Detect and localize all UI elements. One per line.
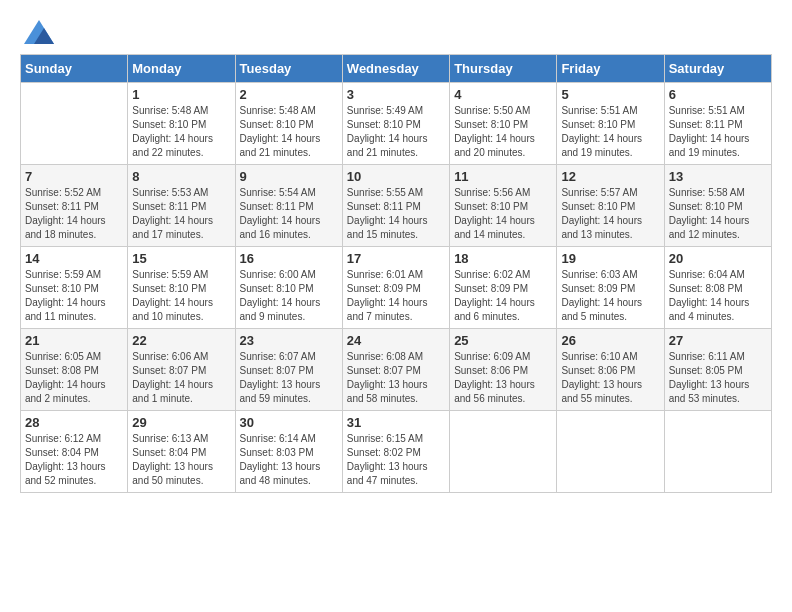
day-info: Sunrise: 5:56 AM Sunset: 8:10 PM Dayligh… <box>454 186 552 242</box>
calendar-cell: 27Sunrise: 6:11 AM Sunset: 8:05 PM Dayli… <box>664 329 771 411</box>
day-number: 10 <box>347 169 445 184</box>
calendar-cell: 28Sunrise: 6:12 AM Sunset: 8:04 PM Dayli… <box>21 411 128 493</box>
day-number: 27 <box>669 333 767 348</box>
day-info: Sunrise: 6:09 AM Sunset: 8:06 PM Dayligh… <box>454 350 552 406</box>
day-info: Sunrise: 5:57 AM Sunset: 8:10 PM Dayligh… <box>561 186 659 242</box>
calendar-cell: 26Sunrise: 6:10 AM Sunset: 8:06 PM Dayli… <box>557 329 664 411</box>
calendar-cell: 14Sunrise: 5:59 AM Sunset: 8:10 PM Dayli… <box>21 247 128 329</box>
day-number: 24 <box>347 333 445 348</box>
calendar-week-row: 21Sunrise: 6:05 AM Sunset: 8:08 PM Dayli… <box>21 329 772 411</box>
calendar-cell: 4Sunrise: 5:50 AM Sunset: 8:10 PM Daylig… <box>450 83 557 165</box>
day-info: Sunrise: 5:51 AM Sunset: 8:11 PM Dayligh… <box>669 104 767 160</box>
calendar-week-row: 14Sunrise: 5:59 AM Sunset: 8:10 PM Dayli… <box>21 247 772 329</box>
calendar-table: SundayMondayTuesdayWednesdayThursdayFrid… <box>20 54 772 493</box>
day-info: Sunrise: 5:48 AM Sunset: 8:10 PM Dayligh… <box>132 104 230 160</box>
day-number: 13 <box>669 169 767 184</box>
calendar-cell: 12Sunrise: 5:57 AM Sunset: 8:10 PM Dayli… <box>557 165 664 247</box>
day-info: Sunrise: 6:04 AM Sunset: 8:08 PM Dayligh… <box>669 268 767 324</box>
weekday-header-row: SundayMondayTuesdayWednesdayThursdayFrid… <box>21 55 772 83</box>
calendar-cell: 31Sunrise: 6:15 AM Sunset: 8:02 PM Dayli… <box>342 411 449 493</box>
day-info: Sunrise: 6:03 AM Sunset: 8:09 PM Dayligh… <box>561 268 659 324</box>
day-number: 18 <box>454 251 552 266</box>
calendar-cell: 13Sunrise: 5:58 AM Sunset: 8:10 PM Dayli… <box>664 165 771 247</box>
calendar-cell: 23Sunrise: 6:07 AM Sunset: 8:07 PM Dayli… <box>235 329 342 411</box>
day-info: Sunrise: 5:58 AM Sunset: 8:10 PM Dayligh… <box>669 186 767 242</box>
calendar-cell: 3Sunrise: 5:49 AM Sunset: 8:10 PM Daylig… <box>342 83 449 165</box>
day-number: 23 <box>240 333 338 348</box>
day-number: 30 <box>240 415 338 430</box>
day-info: Sunrise: 5:54 AM Sunset: 8:11 PM Dayligh… <box>240 186 338 242</box>
weekday-header-cell: Monday <box>128 55 235 83</box>
day-info: Sunrise: 6:08 AM Sunset: 8:07 PM Dayligh… <box>347 350 445 406</box>
day-number: 7 <box>25 169 123 184</box>
day-info: Sunrise: 6:00 AM Sunset: 8:10 PM Dayligh… <box>240 268 338 324</box>
calendar-cell <box>664 411 771 493</box>
calendar-cell: 9Sunrise: 5:54 AM Sunset: 8:11 PM Daylig… <box>235 165 342 247</box>
calendar-week-row: 1Sunrise: 5:48 AM Sunset: 8:10 PM Daylig… <box>21 83 772 165</box>
calendar-cell: 6Sunrise: 5:51 AM Sunset: 8:11 PM Daylig… <box>664 83 771 165</box>
calendar-week-row: 7Sunrise: 5:52 AM Sunset: 8:11 PM Daylig… <box>21 165 772 247</box>
day-number: 2 <box>240 87 338 102</box>
weekday-header-cell: Friday <box>557 55 664 83</box>
day-info: Sunrise: 5:50 AM Sunset: 8:10 PM Dayligh… <box>454 104 552 160</box>
day-number: 28 <box>25 415 123 430</box>
calendar-week-row: 28Sunrise: 6:12 AM Sunset: 8:04 PM Dayli… <box>21 411 772 493</box>
calendar-cell: 16Sunrise: 6:00 AM Sunset: 8:10 PM Dayli… <box>235 247 342 329</box>
day-info: Sunrise: 6:05 AM Sunset: 8:08 PM Dayligh… <box>25 350 123 406</box>
calendar-cell: 17Sunrise: 6:01 AM Sunset: 8:09 PM Dayli… <box>342 247 449 329</box>
calendar-cell: 18Sunrise: 6:02 AM Sunset: 8:09 PM Dayli… <box>450 247 557 329</box>
day-info: Sunrise: 6:07 AM Sunset: 8:07 PM Dayligh… <box>240 350 338 406</box>
weekday-header-cell: Tuesday <box>235 55 342 83</box>
day-info: Sunrise: 5:53 AM Sunset: 8:11 PM Dayligh… <box>132 186 230 242</box>
day-info: Sunrise: 6:15 AM Sunset: 8:02 PM Dayligh… <box>347 432 445 488</box>
calendar-cell: 29Sunrise: 6:13 AM Sunset: 8:04 PM Dayli… <box>128 411 235 493</box>
day-number: 29 <box>132 415 230 430</box>
calendar-cell: 22Sunrise: 6:06 AM Sunset: 8:07 PM Dayli… <box>128 329 235 411</box>
day-info: Sunrise: 6:02 AM Sunset: 8:09 PM Dayligh… <box>454 268 552 324</box>
header <box>20 20 772 44</box>
day-number: 8 <box>132 169 230 184</box>
day-number: 21 <box>25 333 123 348</box>
day-number: 12 <box>561 169 659 184</box>
day-info: Sunrise: 6:11 AM Sunset: 8:05 PM Dayligh… <box>669 350 767 406</box>
day-number: 1 <box>132 87 230 102</box>
day-number: 19 <box>561 251 659 266</box>
day-info: Sunrise: 5:48 AM Sunset: 8:10 PM Dayligh… <box>240 104 338 160</box>
day-info: Sunrise: 5:52 AM Sunset: 8:11 PM Dayligh… <box>25 186 123 242</box>
day-number: 11 <box>454 169 552 184</box>
calendar-cell: 19Sunrise: 6:03 AM Sunset: 8:09 PM Dayli… <box>557 247 664 329</box>
day-info: Sunrise: 5:49 AM Sunset: 8:10 PM Dayligh… <box>347 104 445 160</box>
calendar-cell <box>557 411 664 493</box>
calendar-cell: 15Sunrise: 5:59 AM Sunset: 8:10 PM Dayli… <box>128 247 235 329</box>
day-info: Sunrise: 5:55 AM Sunset: 8:11 PM Dayligh… <box>347 186 445 242</box>
calendar-cell: 25Sunrise: 6:09 AM Sunset: 8:06 PM Dayli… <box>450 329 557 411</box>
calendar-cell <box>21 83 128 165</box>
day-number: 17 <box>347 251 445 266</box>
day-number: 5 <box>561 87 659 102</box>
day-number: 15 <box>132 251 230 266</box>
calendar-cell: 30Sunrise: 6:14 AM Sunset: 8:03 PM Dayli… <box>235 411 342 493</box>
calendar-cell: 8Sunrise: 5:53 AM Sunset: 8:11 PM Daylig… <box>128 165 235 247</box>
day-number: 20 <box>669 251 767 266</box>
day-info: Sunrise: 6:06 AM Sunset: 8:07 PM Dayligh… <box>132 350 230 406</box>
calendar-cell: 11Sunrise: 5:56 AM Sunset: 8:10 PM Dayli… <box>450 165 557 247</box>
weekday-header-cell: Wednesday <box>342 55 449 83</box>
day-number: 6 <box>669 87 767 102</box>
day-info: Sunrise: 6:14 AM Sunset: 8:03 PM Dayligh… <box>240 432 338 488</box>
calendar-cell: 21Sunrise: 6:05 AM Sunset: 8:08 PM Dayli… <box>21 329 128 411</box>
calendar-cell: 2Sunrise: 5:48 AM Sunset: 8:10 PM Daylig… <box>235 83 342 165</box>
weekday-header-cell: Sunday <box>21 55 128 83</box>
calendar-cell: 10Sunrise: 5:55 AM Sunset: 8:11 PM Dayli… <box>342 165 449 247</box>
day-number: 25 <box>454 333 552 348</box>
day-info: Sunrise: 5:51 AM Sunset: 8:10 PM Dayligh… <box>561 104 659 160</box>
calendar-cell <box>450 411 557 493</box>
logo <box>20 20 54 44</box>
calendar-cell: 24Sunrise: 6:08 AM Sunset: 8:07 PM Dayli… <box>342 329 449 411</box>
calendar-cell: 7Sunrise: 5:52 AM Sunset: 8:11 PM Daylig… <box>21 165 128 247</box>
calendar-body: 1Sunrise: 5:48 AM Sunset: 8:10 PM Daylig… <box>21 83 772 493</box>
logo-icon <box>24 20 54 44</box>
day-info: Sunrise: 6:10 AM Sunset: 8:06 PM Dayligh… <box>561 350 659 406</box>
day-number: 16 <box>240 251 338 266</box>
calendar-cell: 1Sunrise: 5:48 AM Sunset: 8:10 PM Daylig… <box>128 83 235 165</box>
day-number: 31 <box>347 415 445 430</box>
